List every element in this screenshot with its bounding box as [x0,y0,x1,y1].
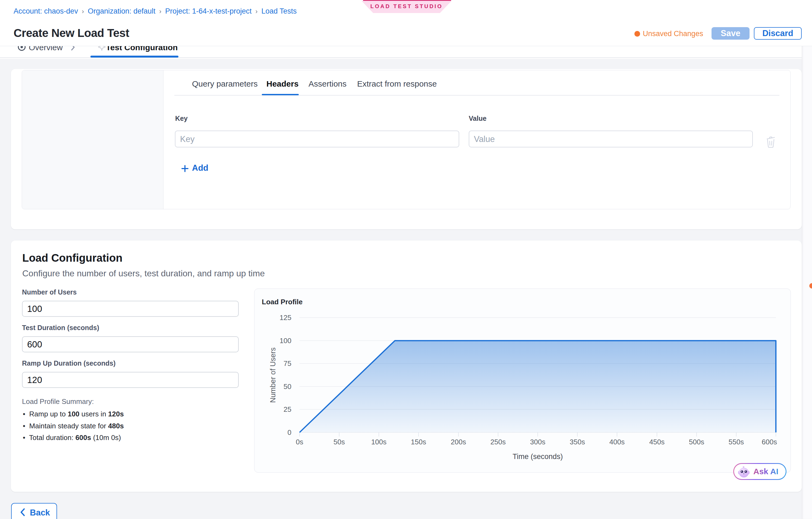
svg-text:500s: 500s [689,438,704,446]
svg-text:125: 125 [280,313,291,322]
svg-text:250s: 250s [490,438,506,446]
svg-text:75: 75 [284,359,291,368]
svg-text:100s: 100s [371,438,386,446]
svg-text:550s: 550s [729,438,744,446]
svg-text:600s: 600s [762,438,777,446]
svg-text:400s: 400s [609,438,625,446]
svg-text:50: 50 [284,383,291,391]
svg-text:0s: 0s [296,438,303,446]
svg-text:25: 25 [284,405,291,414]
svg-text:450s: 450s [649,438,665,446]
svg-text:200s: 200s [451,438,466,446]
svg-text:350s: 350s [570,438,585,446]
svg-text:150s: 150s [411,438,426,446]
svg-text:0: 0 [288,428,291,436]
svg-text:50s: 50s [334,438,345,446]
svg-text:300s: 300s [530,438,545,446]
svg-text:100: 100 [280,337,291,345]
svg-text:Number of Users: Number of Users [269,347,277,403]
svg-text:Time (seconds): Time (seconds) [513,453,563,461]
